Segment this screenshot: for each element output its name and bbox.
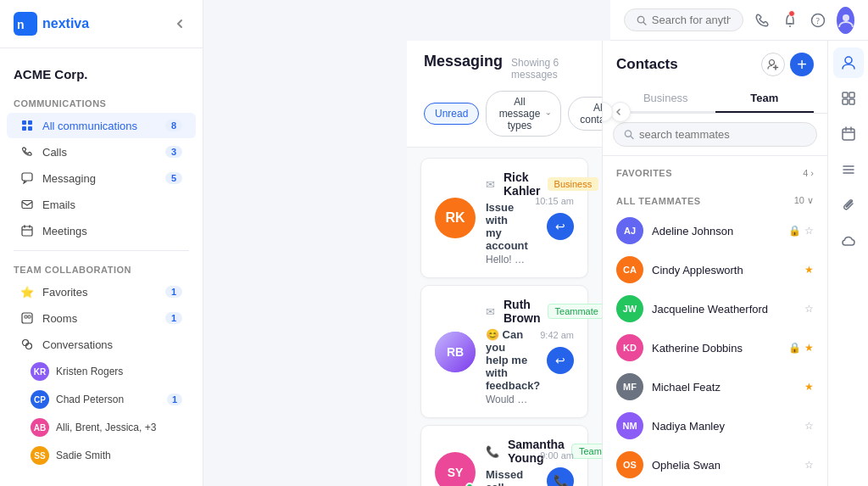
- contact-adeline-johnson[interactable]: AJ Adeline Johnson 🔒 ☆: [613, 211, 817, 250]
- contacts-panel: Contacts + Business Team: [603, 41, 827, 486]
- email-icon: ✉: [486, 178, 495, 191]
- jacqueline-star-icon[interactable]: ☆: [804, 303, 814, 315]
- sidebar-item-meetings[interactable]: Meetings: [7, 218, 196, 243]
- communications-section-title: Communications: [0, 92, 203, 112]
- contact-jacqueline-weatherford[interactable]: JW Jacqueline Weatherford ☆: [613, 289, 817, 328]
- contact-michael-featz[interactable]: MF Michael Featz ★: [613, 367, 817, 406]
- right-nav-list-button[interactable]: [833, 154, 864, 185]
- message-card-ruth-brown[interactable]: RB ✉ Ruth Brown Teammate 😊 Can you help …: [420, 285, 588, 418]
- messaging-header: Messaging Showing 6 messages Unread All …: [407, 41, 602, 148]
- contact-nadiya-manley[interactable]: NM Nadiya Manley ☆: [613, 406, 817, 445]
- tab-business[interactable]: Business: [616, 85, 715, 111]
- add-contact-plus-button[interactable]: +: [790, 53, 814, 76]
- sub-item-sadie-smith[interactable]: SS Sadie Smith: [7, 442, 196, 469]
- svg-rect-34: [843, 129, 854, 140]
- tab-team[interactable]: Team: [715, 85, 815, 113]
- calendar-icon: [20, 224, 34, 237]
- svg-line-28: [631, 136, 633, 138]
- right-navigation: [827, 41, 868, 486]
- logo-text: nextiva: [42, 16, 89, 31]
- message-list: RK ✉ Rick Kahler Business Issue with my …: [407, 148, 602, 486]
- svg-point-23: [843, 14, 849, 21]
- ophelia-star-icon[interactable]: ☆: [804, 459, 814, 471]
- messaging-badge: 5: [165, 172, 182, 184]
- svg-rect-3: [28, 120, 32, 125]
- phone-nav-button[interactable]: [754, 7, 771, 34]
- kristen-rogers-avatar: KR: [31, 362, 49, 381]
- sidebar-item-emails[interactable]: Emails: [7, 192, 196, 217]
- add-contact-icon-button[interactable]: [761, 53, 785, 76]
- michael-star-icon[interactable]: ★: [804, 381, 814, 393]
- rick-kahler-name: Rick Kahler: [504, 170, 541, 198]
- sidebar-collapse-button[interactable]: [170, 14, 189, 33]
- favorites-section-title: FAVORITES: [616, 168, 672, 178]
- sidebar-item-favorites[interactable]: ⭐ Favorites 1: [7, 279, 196, 304]
- cindy-star-icon[interactable]: ★: [804, 264, 814, 276]
- adeline-johnson-avatar: AJ: [616, 217, 643, 244]
- samantha-young-time: 9:00 am: [540, 450, 574, 461]
- contacts-search-input[interactable]: [639, 128, 806, 141]
- messaging-filters: Unread All message types All contacts Da…: [424, 91, 585, 147]
- ruth-brown-subject: 😊 Can you help me with feedback?: [486, 328, 530, 392]
- michael-featz-actions: ★: [804, 381, 814, 393]
- ruth-brown-preview: Would you be able to let me know a few p…: [486, 394, 530, 405]
- samantha-young-subject: Missed call: [486, 468, 530, 486]
- samantha-young-avatar: SY: [435, 452, 476, 486]
- rick-kahler-time: 10:15 am: [535, 196, 574, 206]
- search-input[interactable]: [652, 14, 731, 26]
- user-avatar[interactable]: [837, 7, 854, 34]
- sidebar-item-calls[interactable]: Calls 3: [7, 139, 196, 165]
- global-search[interactable]: [624, 8, 743, 31]
- favorites-label: Favorites: [42, 286, 157, 299]
- message-card-rick-kahler[interactable]: RK ✉ Rick Kahler Business Issue with my …: [420, 158, 588, 278]
- svg-text:?: ?: [815, 16, 820, 25]
- samantha-young-call-button[interactable]: 📞: [547, 467, 574, 486]
- calls-label: Calls: [42, 146, 157, 159]
- right-nav-grid-button[interactable]: [833, 83, 864, 114]
- jacqueline-weatherford-avatar: JW: [616, 295, 643, 322]
- samantha-young-avatar-wrap: SY: [435, 452, 476, 486]
- contact-cindy-applesworth[interactable]: CA Cindy Applesworth ★: [613, 250, 817, 289]
- sub-item-alli-brent[interactable]: AB Alli, Brent, Jessica, +3: [7, 414, 196, 441]
- ophelia-swan-avatar: OS: [616, 451, 643, 478]
- message-types-filter[interactable]: All message types: [486, 91, 561, 137]
- favorites-count[interactable]: 4 ›: [803, 168, 814, 178]
- rick-kahler-reply-button[interactable]: ↩: [547, 213, 574, 240]
- contacts-search-wrapper: [603, 114, 827, 156]
- contacts-search-bar[interactable]: [613, 122, 817, 147]
- right-nav-clip-button[interactable]: [833, 190, 864, 221]
- ophelia-swan-name: Ophelia Swan: [652, 459, 796, 472]
- contact-ophelia-swan[interactable]: OS Ophelia Swan ☆: [613, 445, 817, 484]
- contact-katherine-dobbins[interactable]: KD Katherine Dobbins 🔒 ★: [613, 328, 817, 367]
- nadiya-manley-name: Nadiya Manley: [652, 420, 796, 433]
- svg-rect-30: [843, 92, 848, 98]
- sidebar-item-conversations[interactable]: Conversations: [7, 332, 196, 357]
- phone-icon-msg: 📞: [486, 445, 499, 458]
- sidebar-item-rooms[interactable]: Rooms 1: [7, 305, 196, 331]
- unread-filter[interactable]: Unread: [424, 103, 479, 125]
- contacts-search-icon: [624, 129, 634, 140]
- svg-rect-14: [28, 316, 31, 318]
- help-button[interactable]: ?: [809, 7, 826, 34]
- ruth-brown-reply-button[interactable]: ↩: [547, 347, 574, 374]
- sub-item-chad-peterson[interactable]: CP Chad Peterson 1: [7, 386, 196, 413]
- adeline-star-icon[interactable]: ☆: [804, 225, 814, 237]
- katherine-lock-icon: 🔒: [788, 342, 801, 354]
- conversations-label: Conversations: [42, 338, 182, 351]
- sidebar-item-all-communications[interactable]: All communications 8: [7, 113, 196, 138]
- all-teammates-count[interactable]: 10 ∨: [794, 195, 814, 206]
- michael-featz-avatar: MF: [616, 373, 643, 400]
- right-nav-cloud-button[interactable]: [833, 226, 864, 256]
- notifications-button[interactable]: [782, 7, 799, 34]
- nadiya-star-icon[interactable]: ☆: [804, 420, 814, 432]
- katherine-star-icon[interactable]: ★: [804, 342, 814, 354]
- contacts-filter[interactable]: All contacts: [568, 97, 603, 131]
- emails-label: Emails: [42, 198, 182, 211]
- right-nav-contact-button[interactable]: [833, 47, 864, 78]
- sub-item-kristen-rogers[interactable]: KR Kristen Rogers: [7, 358, 196, 385]
- message-card-samantha-young[interactable]: SY 📞 Samantha Young Teammate Missed call…: [420, 425, 588, 486]
- right-nav-calendar-button[interactable]: [833, 119, 864, 149]
- notification-dot: [788, 10, 795, 17]
- sidebar-item-messaging[interactable]: Messaging 5: [7, 165, 196, 191]
- svg-point-16: [26, 344, 32, 349]
